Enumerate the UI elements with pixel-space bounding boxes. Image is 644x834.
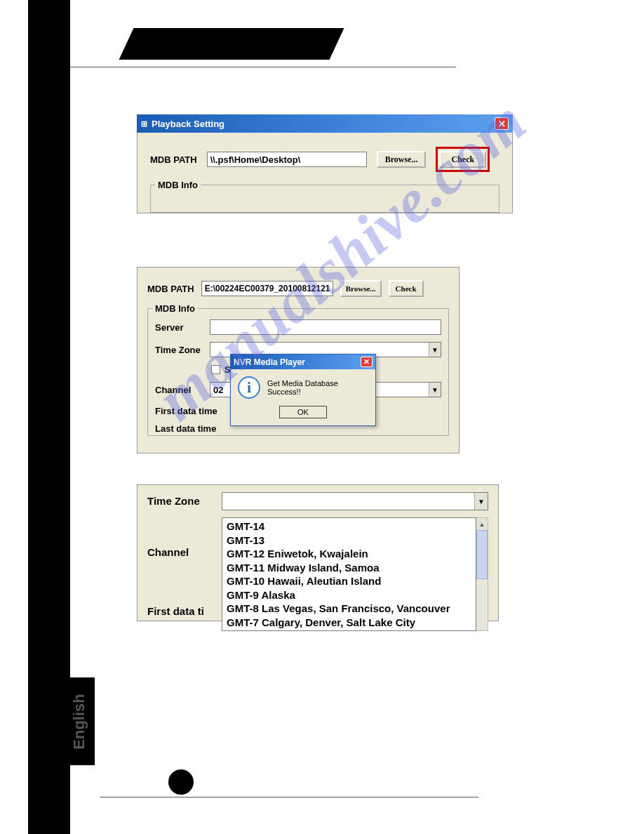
channel-label-3: Channel bbox=[147, 546, 217, 558]
timezone-listbox[interactable]: GMT-14 GMT-13 GMT-12 Eniwetok, Kwajalein… bbox=[222, 517, 476, 631]
scroll-track[interactable] bbox=[476, 579, 488, 630]
timezone-label-2: Time Zone bbox=[155, 345, 204, 355]
scroll-thumb[interactable] bbox=[476, 530, 488, 579]
list-item[interactable]: GMT-14 bbox=[227, 519, 471, 534]
msgbox-close-button[interactable]: ✕ bbox=[361, 357, 373, 367]
timezone-dropdown-3[interactable]: ▼ bbox=[222, 492, 488, 510]
list-item[interactable]: GMT-10 Hawaii, Aleutian Island bbox=[227, 574, 471, 588]
check-button[interactable]: Check bbox=[439, 151, 486, 168]
su-checkbox[interactable] bbox=[211, 365, 220, 374]
close-icon: ✕ bbox=[363, 358, 370, 366]
browse-button[interactable]: Browse... bbox=[377, 151, 427, 168]
mdb-path-input-2[interactable] bbox=[201, 281, 333, 296]
page-number-circle bbox=[168, 769, 194, 795]
chevron-down-icon: ▼ bbox=[474, 493, 488, 510]
msgbox-title: NVR Media Player bbox=[234, 357, 305, 367]
channel-value: 02 bbox=[213, 385, 223, 395]
header-divider bbox=[70, 67, 456, 67]
timezone-label-3: Time Zone bbox=[147, 492, 217, 510]
msgbox-text: Get Media Database Success!! bbox=[267, 379, 368, 396]
mdb-info-legend: MDB Info bbox=[155, 180, 201, 190]
check-button-2[interactable]: Check bbox=[389, 280, 424, 297]
list-item[interactable]: GMT-11 Midway Island, Samoa bbox=[227, 561, 471, 575]
server-label: Server bbox=[155, 322, 204, 333]
language-label: English bbox=[70, 694, 88, 749]
chevron-down-icon: ▼ bbox=[429, 343, 441, 357]
message-box: NVR Media Player ✕ i Get Media Database … bbox=[230, 354, 376, 426]
first-data-label-3: First data ti bbox=[147, 605, 224, 617]
list-item[interactable]: GMT-12 Eniwetok, Kwajalein bbox=[227, 547, 471, 561]
mdb-info-legend-2: MDB Info bbox=[152, 303, 198, 314]
server-field[interactable] bbox=[210, 319, 441, 335]
mdb-path-label-2: MDB PATH bbox=[147, 284, 194, 294]
browse-button-2[interactable]: Browse... bbox=[340, 280, 382, 297]
list-item[interactable]: GMT-7 Calgary, Denver, Salt Lake City bbox=[227, 616, 471, 630]
check-button-highlight: Check bbox=[436, 147, 490, 172]
language-badge: English bbox=[63, 677, 95, 765]
last-data-label: Last data time bbox=[155, 423, 225, 434]
playback-setting-window-top: ⊞ Playback Setting ✕ MDB PATH Browse... … bbox=[137, 114, 513, 216]
ok-button[interactable]: OK bbox=[279, 406, 327, 418]
listbox-scrollbar[interactable]: ▲ bbox=[476, 517, 488, 631]
chevron-down-icon: ▼ bbox=[429, 383, 441, 397]
list-item[interactable]: GMT-9 Alaska bbox=[227, 588, 471, 602]
msgbox-titlebar[interactable]: NVR Media Player ✕ bbox=[231, 355, 375, 369]
mdb-path-label: MDB PATH bbox=[150, 154, 197, 165]
close-button[interactable]: ✕ bbox=[495, 117, 509, 130]
info-icon: i bbox=[238, 376, 260, 399]
list-item[interactable]: GMT-8 Las Vegas, San Francisco, Vancouve… bbox=[227, 602, 471, 616]
first-data-label: First data time bbox=[155, 406, 225, 416]
window-title: Playback Setting bbox=[152, 119, 224, 129]
mdb-path-input[interactable] bbox=[207, 152, 367, 167]
scroll-up-icon[interactable]: ▲ bbox=[476, 518, 488, 530]
timezone-panel: Time Zone ▼ Channel First data ti GMT-14… bbox=[137, 484, 499, 621]
close-icon: ✕ bbox=[498, 119, 506, 128]
channel-label-2: Channel bbox=[155, 385, 204, 395]
list-item[interactable]: GMT-13 bbox=[227, 534, 471, 548]
window-icon: ⊞ bbox=[141, 119, 147, 128]
titlebar[interactable]: ⊞ Playback Setting ✕ bbox=[137, 114, 513, 133]
footer-divider bbox=[100, 797, 478, 797]
